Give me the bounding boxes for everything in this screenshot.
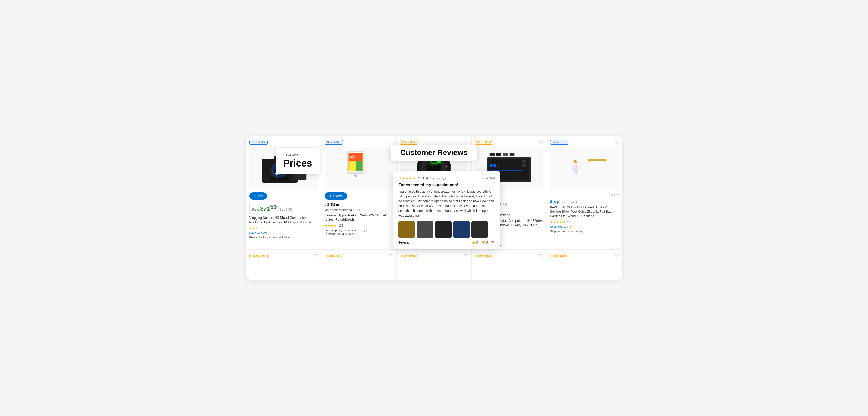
bottom-image-4: [475, 261, 544, 277]
verified-badge: Verified Purchase i: [418, 176, 446, 180]
product-rating-5: ★★★★★ 17: [550, 220, 619, 224]
wishlist-btn-bottom-5[interactable]: ♡: [615, 253, 619, 259]
wishlist-btn-2[interactable]: ♡: [389, 139, 393, 145]
price-box-1: Now $7159 $259.99: [249, 202, 295, 214]
review-card: ★★★★★ Verified Purchase i 7/14/2024 Far …: [393, 171, 500, 249]
earrings-image: [553, 149, 615, 187]
bottom-card-4: Flash Deal ♡: [472, 250, 547, 280]
svg-rect-43: [490, 164, 492, 167]
bottom-image-1: [249, 261, 318, 277]
bottom-card-2: Flash Deal ♡: [321, 250, 397, 280]
price-group-2: $ 148 58: [324, 202, 393, 207]
svg-rect-15: [278, 177, 289, 181]
svg-point-57: [588, 159, 591, 162]
flag-btn[interactable]: 🚩: [491, 241, 495, 244]
svg-point-53: [574, 160, 577, 163]
badge-flash-bottom-2: Flash Deal: [324, 254, 343, 258]
prices-label: Prices: [283, 158, 312, 169]
product-title-1: Vlogging Camera 4K Digital Camera for Ph…: [249, 216, 318, 225]
thumbs-up-btn[interactable]: 👍 0: [471, 241, 478, 244]
review-thumb-3[interactable]: [435, 221, 452, 238]
svg-rect-46: [490, 170, 523, 171]
wishlist-btn-4[interactable]: ♡: [539, 139, 544, 145]
price-cents-1: 59: [270, 204, 277, 210]
svg-rect-14: [270, 177, 277, 181]
options-hint-5: • • •: [550, 192, 619, 198]
svg-rect-16: [291, 178, 296, 181]
stars-1: ★★★: [249, 227, 258, 230]
review-footer: Teresa 👍 0 👎 0 🚩: [398, 241, 495, 244]
restored-badge: ↺ Restored: Like New: [324, 232, 393, 235]
reviewer-name: Teresa: [398, 241, 409, 244]
stars-2: ★★★★: [324, 224, 336, 228]
product-rating-1: ★★★: [249, 227, 318, 230]
svg-point-23: [355, 175, 356, 176]
dots-icon: • • •: [611, 192, 619, 198]
wishlist-btn-bottom-1[interactable]: ♡: [314, 253, 318, 259]
thumbs-down-icon: 👎: [481, 241, 485, 244]
review-date: 7/14/2024: [482, 176, 495, 180]
wishlist-btn-5[interactable]: ♡: [615, 139, 619, 145]
badge-bestseller-2: Best seller: [324, 140, 343, 145]
add-button-1[interactable]: + Add: [249, 192, 267, 200]
see-price-5: See price in cart: [550, 200, 619, 204]
svg-rect-48: [496, 153, 501, 156]
save-walmart-5: Save with W+ ⚡: [550, 225, 619, 229]
wishlist-btn-bottom-3[interactable]: ♡: [464, 253, 468, 259]
badge-flash-3: Flash Deal: [400, 140, 418, 145]
shipping-1: Free shipping, arrives in 2 days: [249, 236, 318, 239]
review-thumb-1[interactable]: [398, 221, 415, 238]
bottom-card-3: Flash Deal ♡: [397, 250, 472, 280]
product-card-2: Best seller ♡ U Options: [321, 136, 397, 250]
svg-point-39: [446, 166, 447, 167]
flag-icon: 🚩: [491, 241, 495, 244]
svg-rect-47: [490, 153, 495, 156]
svg-rect-51: [522, 160, 526, 163]
badge-flash-bottom-1: Flash Deal: [249, 254, 268, 258]
product-image-earrings: [550, 147, 619, 189]
review-thumb-5[interactable]: [471, 221, 488, 238]
product-image-ipad: U: [324, 147, 393, 189]
customer-reviews-banner: Customer Reviews: [391, 145, 477, 161]
wishlist-btn-bottom-2[interactable]: ♡: [389, 253, 393, 259]
bottom-image-3: [400, 261, 468, 277]
badge-flash-4: Flash Deal: [475, 140, 493, 145]
svg-text:58:00: 58:00: [431, 160, 441, 165]
ipad-image: U: [328, 149, 390, 187]
price-main-2: 148: [327, 202, 335, 207]
svg-rect-50: [509, 153, 515, 156]
badge-bestseller-5: Best seller: [550, 140, 569, 145]
review-images: [398, 221, 495, 238]
review-actions: 👍 0 👎 0 🚩: [471, 241, 495, 244]
top-products-grid: Best seller: [246, 136, 622, 250]
review-thumb-2[interactable]: [417, 221, 433, 238]
price-now-label: Now: [252, 208, 259, 211]
svg-rect-56: [590, 159, 605, 161]
thumbs-down-btn[interactable]: 👎 0: [481, 241, 488, 244]
svg-text:U: U: [350, 155, 352, 159]
options-btn-2[interactable]: Options: [324, 192, 347, 200]
review-thumb-4[interactable]: [453, 221, 470, 238]
product-card-3: Flash Deal ♡ 58:00 NEXPORE NEXPORE: [397, 136, 472, 250]
price-more-2: More options from $133.00: [324, 208, 393, 212]
bottom-image-2: [324, 261, 393, 277]
prices-overlay: Save with Prices: [276, 148, 320, 174]
svg-rect-25: [349, 161, 356, 171]
stars-5: ★★★★★: [550, 220, 565, 224]
shipping-5: Shipping, arrives in 2 days: [550, 230, 619, 233]
bottom-products-grid: Flash Deal ♡ Flash Deal ♡ Flash Deal ♡ F…: [246, 250, 622, 280]
product-card-5: Best seller ♡ • • • See: [547, 136, 622, 250]
review-stars: ★★★★★: [398, 176, 416, 180]
svg-rect-13: [264, 178, 269, 181]
wishlist-btn-bottom-4[interactable]: ♡: [539, 253, 544, 259]
svg-rect-49: [503, 153, 508, 156]
bottom-image-5: [550, 261, 619, 277]
review-body: I purchased this as a content creator fo…: [398, 189, 495, 218]
svg-rect-52: [522, 164, 526, 167]
bottom-card-5: Flash Deal ♡: [547, 250, 622, 280]
save-walmart-1: Save with W+ ⚡: [249, 231, 318, 235]
svg-rect-26: [356, 161, 363, 171]
price-current-1: $71: [260, 205, 270, 212]
product-title-2: Restored Apple iPad 7th Wi-Fi MW752LL/A …: [324, 213, 393, 222]
bottom-card-1: Flash Deal ♡: [246, 250, 321, 280]
